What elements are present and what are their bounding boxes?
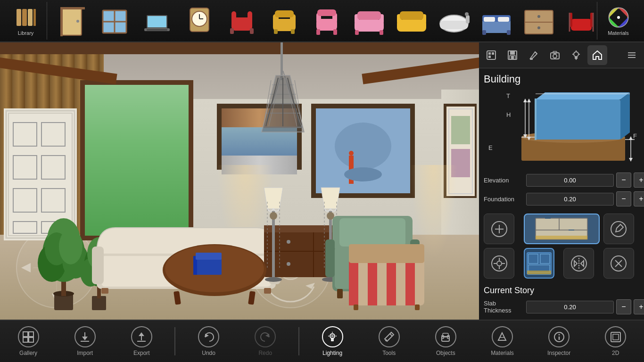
pendant-lamp <box>255 71 311 146</box>
svg-rect-21 <box>231 11 236 23</box>
tab-camera[interactable] <box>545 45 565 65</box>
inspector-button[interactable]: Inspector <box>536 322 583 360</box>
svg-point-82 <box>349 151 354 156</box>
building-diagram: E T H F <box>484 90 639 165</box>
tab-home[interactable] <box>587 45 607 65</box>
window <box>80 80 193 240</box>
svg-rect-34 <box>317 9 336 16</box>
foundation-minus[interactable]: − <box>616 191 631 206</box>
room-scene[interactable] <box>0 42 479 320</box>
svg-rect-226 <box>545 218 551 219</box>
library-button[interactable]: Library <box>5 2 47 40</box>
furniture-laptop[interactable] <box>137 2 177 40</box>
svg-rect-86 <box>451 116 470 144</box>
svg-rect-203 <box>536 99 620 140</box>
elevation-label: Elevation <box>484 177 524 184</box>
svg-rect-158 <box>349 258 358 305</box>
furniture-door[interactable] <box>52 2 92 40</box>
current-story-title: Current Story <box>484 286 639 296</box>
svg-rect-248 <box>23 332 28 337</box>
elevation-plus[interactable]: + <box>634 173 644 188</box>
slab-input[interactable] <box>526 301 614 313</box>
lighting-icon <box>322 326 343 347</box>
svg-rect-240 <box>527 271 551 274</box>
tab-select[interactable] <box>481 45 501 65</box>
floor-plan-selected[interactable] <box>524 248 554 279</box>
svg-marker-218 <box>629 158 633 162</box>
svg-rect-56 <box>507 30 511 35</box>
svg-rect-151 <box>325 239 335 277</box>
elevation-input[interactable] <box>526 174 614 187</box>
slab-plus[interactable]: + <box>634 299 644 314</box>
svg-rect-1 <box>22 9 27 26</box>
svg-rect-2 <box>28 9 33 26</box>
furniture-red-chair[interactable] <box>222 2 262 40</box>
objects-button[interactable]: Objects <box>422 322 469 360</box>
svg-rect-3 <box>33 9 36 26</box>
tab-light[interactable] <box>566 45 586 65</box>
svg-rect-30 <box>291 29 295 34</box>
furniture-red-chair2[interactable] <box>561 2 597 40</box>
svg-rect-184 <box>510 51 515 55</box>
tab-paint[interactable] <box>524 45 544 65</box>
move-floor-button[interactable] <box>484 248 514 279</box>
svg-marker-256 <box>139 332 144 336</box>
lighting-button[interactable]: Lighting <box>309 322 356 360</box>
tools-button[interactable]: Tools <box>365 322 413 360</box>
undo-label: Undo <box>202 350 215 356</box>
svg-point-229 <box>611 222 626 237</box>
svg-rect-113 <box>92 247 104 284</box>
furniture-yellow-armchair[interactable] <box>264 2 304 40</box>
delete-floor-button[interactable] <box>603 248 634 279</box>
furniture-bed[interactable] <box>476 2 516 40</box>
materials-button[interactable]: Materials <box>597 2 639 40</box>
furniture-clock[interactable] <box>179 2 219 40</box>
export-button[interactable]: Export <box>118 322 165 360</box>
furniture-cabinet[interactable] <box>519 2 559 40</box>
svg-rect-35 <box>316 29 320 35</box>
gallery-button[interactable]: Gallery <box>5 322 52 360</box>
svg-rect-139 <box>272 211 275 280</box>
svg-point-189 <box>553 54 557 58</box>
svg-marker-210 <box>523 99 527 102</box>
svg-rect-250 <box>23 337 28 342</box>
svg-rect-42 <box>380 30 383 35</box>
furniture-pink-sofa[interactable] <box>349 2 389 40</box>
svg-marker-205 <box>620 92 630 140</box>
add-floor-button[interactable] <box>484 214 514 244</box>
main-scene-area[interactable] <box>0 42 479 320</box>
foundation-input[interactable] <box>526 193 614 206</box>
furniture-window[interactable] <box>94 2 134 40</box>
edit-floor-button[interactable] <box>603 214 634 244</box>
svg-rect-159 <box>368 258 377 305</box>
elevation-row: Elevation − + <box>484 173 639 188</box>
slab-minus[interactable]: − <box>616 299 631 314</box>
slab-label: Slab Thickness <box>484 300 524 314</box>
objects-icon <box>435 326 456 347</box>
undo-button[interactable]: Undo <box>185 322 232 360</box>
mirror-button[interactable] <box>563 248 594 279</box>
furniture-bathtub[interactable] <box>434 2 474 40</box>
svg-rect-13 <box>148 16 166 27</box>
divider-2 <box>298 327 299 355</box>
svg-rect-48 <box>440 21 468 29</box>
elevation-minus[interactable]: − <box>616 173 631 188</box>
tab-list[interactable] <box>622 45 642 65</box>
foundation-plus[interactable]: + <box>634 191 644 206</box>
svg-rect-49 <box>466 15 470 24</box>
2d-button[interactable]: 2D <box>592 322 639 360</box>
floor-plan-preview[interactable] <box>524 214 600 244</box>
import-button[interactable]: Import <box>61 322 108 360</box>
materials-bottom-button[interactable]: Materials <box>479 322 526 360</box>
svg-rect-179 <box>487 51 495 59</box>
svg-line-268 <box>390 334 392 336</box>
furniture-yellow-sofa[interactable] <box>391 2 431 40</box>
svg-point-141 <box>270 212 277 220</box>
undo-icon <box>198 326 219 347</box>
svg-rect-154 <box>337 289 343 298</box>
tab-save[interactable] <box>503 45 522 65</box>
redo-button[interactable]: Redo <box>242 322 289 360</box>
materials-bottom-label: Materials <box>491 350 514 356</box>
furniture-pink-chair[interactable] <box>306 2 347 40</box>
svg-rect-51 <box>482 20 511 33</box>
